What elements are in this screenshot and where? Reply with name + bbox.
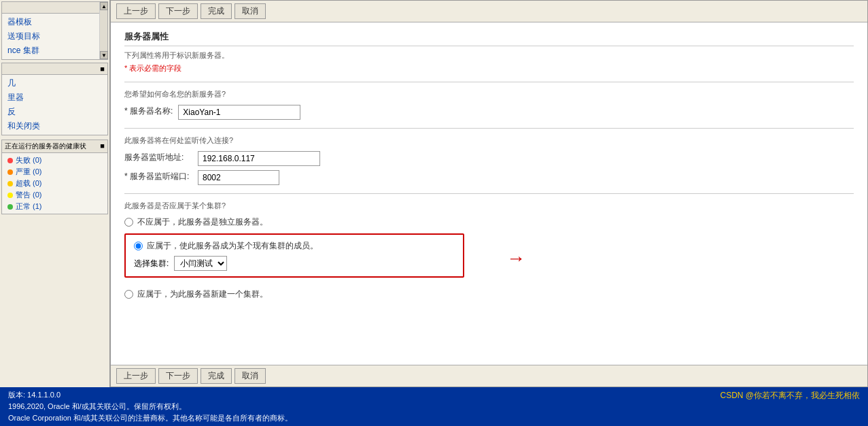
required-note: * 表示必需的字段 (124, 63, 854, 73)
scroll-up-arrow[interactable]: ▲ (100, 2, 108, 10)
collapse-btn-2[interactable]: ■ (100, 65, 105, 73)
new-cluster-label: 应属于，为此服务器新建一个集群。 (137, 289, 268, 300)
section-desc: 下列属性将用于标识新服务器。 (124, 50, 854, 61)
server-name-input[interactable] (178, 105, 300, 120)
next-button-top[interactable]: 下一步 (158, 3, 198, 19)
sidebar-item-target[interactable]: 送项目标 (2, 29, 107, 44)
name-label: * 服务器名称: (124, 105, 173, 117)
cancel-button-bottom[interactable]: 取消 (235, 368, 266, 384)
prev-button-bottom[interactable]: 上一步 (116, 368, 156, 384)
health-item-fail[interactable]: 失败 (0) (2, 154, 107, 166)
next-button-bottom[interactable]: 下一步 (158, 368, 198, 384)
server-properties-section: 服务器属性 下列属性将用于标识新服务器。 * 表示必需的字段 (124, 31, 854, 73)
health-item-severe[interactable]: 严重 (0) (2, 166, 107, 178)
csdn-text: CSDN @你若不离不弃，我必生死相依 (720, 390, 860, 402)
cancel-button-top[interactable]: 取消 (235, 3, 266, 19)
sidebar-item-server[interactable]: 里器 (2, 91, 107, 105)
footer-left: 版本: 14.1.1.0.0 1996,2020, Oracle 和/或其关联公… (8, 390, 720, 423)
footer: 版本: 14.1.1.0.0 1996,2020, Oracle 和/或其关联公… (0, 387, 868, 426)
sidebar-item-shutdown[interactable]: 和关闭类 (2, 119, 107, 133)
standalone-label: 不应属于，此服务器是独立服务器。 (137, 216, 268, 228)
finish-button-bottom[interactable]: 完成 (201, 368, 232, 384)
radio-standalone-option[interactable]: 不应属于，此服务器是独立服务器。 (124, 216, 854, 228)
listen-addr-label: 服务器监听地址: (124, 152, 192, 163)
cluster-select[interactable]: 小闫测试 (174, 256, 227, 271)
radio-join[interactable] (134, 242, 143, 250)
top-toolbar: 上一步 下一步 完成 取消 (111, 1, 867, 22)
sidebar-item-template[interactable]: 器模板 (2, 15, 107, 29)
warning-dot (7, 193, 13, 198)
version-text: 版本: 14.1.1.0.0 (8, 390, 720, 400)
join-label: 应属于，使此服务器成为某个现有集群的成员。 (147, 240, 318, 252)
listen-addr-input[interactable] (198, 151, 320, 166)
section-title: 服务器属性 (124, 31, 854, 46)
scroll-down-arrow[interactable]: ▼ (100, 51, 108, 59)
radio-new-cluster[interactable] (124, 290, 133, 299)
sidebar-item-deploy[interactable]: 反 (2, 105, 107, 119)
health-section-header: 正在运行的服务器的健康状 ■ (2, 140, 107, 153)
bottom-toolbar: 上一步 下一步 完成 取消 (111, 365, 867, 387)
sidebar-item-cluster[interactable]: nce 集群 (2, 44, 107, 58)
select-cluster-label: 选择集群: (134, 258, 169, 269)
listen-port-input[interactable] (198, 170, 279, 185)
radio-new-cluster-option[interactable]: 应属于，为此服务器新建一个集群。 (124, 289, 854, 300)
overload-dot (7, 181, 13, 186)
prev-button-top[interactable]: 上一步 (116, 3, 156, 19)
join-cluster-box: 应属于，使此服务器成为某个现有集群的成员。 选择集群: 小闫测试 (124, 233, 464, 278)
name-question: 您希望如何命名您的新服务器? (124, 89, 854, 99)
severe-dot (7, 169, 13, 175)
finish-button-top[interactable]: 完成 (201, 3, 232, 19)
red-arrow-annotation: → (506, 248, 525, 269)
health-item-overload[interactable]: 超载 (0) (2, 178, 107, 189)
fail-dot (7, 158, 13, 163)
radio-join-option[interactable]: 应属于，使此服务器成为某个现有集群的成员。 (134, 240, 455, 252)
sidebar-item-machine[interactable]: 几 (2, 76, 107, 91)
copyright-text: 1996,2020, Oracle 和/或其关联公司。保留所有权利。 (8, 402, 720, 412)
trademark-text: Oracle Corporation 和/或其关联公司的注册商标。其他名称可能是… (8, 413, 720, 423)
collapse-btn-health[interactable]: ■ (100, 142, 105, 151)
health-item-normal[interactable]: 正常 (1) (2, 201, 107, 212)
listen-question: 此服务器将在何处监听传入连接? (124, 135, 854, 146)
normal-dot (7, 204, 13, 210)
radio-standalone[interactable] (124, 218, 133, 227)
listen-port-label: * 服务器监听端口: (124, 171, 192, 182)
health-item-warning[interactable]: 警告 (0) (2, 189, 107, 201)
cluster-question: 此服务器是否应属于某个集群? (124, 201, 854, 211)
